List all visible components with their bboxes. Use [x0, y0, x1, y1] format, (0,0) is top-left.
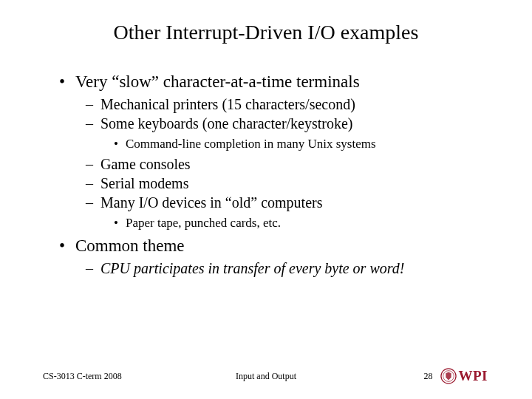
bullet-l2: Mechanical printers (15 characters/secon… — [59, 96, 488, 113]
footer-center: Input and Output — [236, 371, 296, 382]
footer-left: CS-3013 C-term 2008 — [43, 371, 122, 382]
bullet-l2: Game consoles — [59, 156, 488, 173]
wpi-seal-icon — [440, 368, 457, 384]
bullet-l2: CPU participates in transfer of every by… — [59, 260, 488, 277]
bullet-l2: Many I/O devices in “old” computers — [59, 194, 488, 211]
bullet-l1: Very “slow” character-at-a-time terminal… — [59, 72, 488, 92]
bullet-l3: Command-line completion in many Unix sys… — [59, 137, 488, 151]
slide-content: Very “slow” character-at-a-time terminal… — [44, 72, 488, 277]
bullet-l2: Some keyboards (one character/keystroke) — [59, 115, 488, 132]
slide-title: Other Interrupt-Driven I/O examples — [44, 21, 488, 44]
wpi-logo: WPI — [440, 368, 488, 384]
bullet-l3: Paper tape, punched cards, etc. — [59, 216, 488, 231]
bullet-l1: Common theme — [59, 236, 488, 256]
slide: Other Interrupt-Driven I/O examples Very… — [0, 0, 532, 399]
wpi-logo-text: WPI — [459, 368, 488, 384]
bullet-l2: Serial modems — [59, 175, 488, 192]
footer-right: 28 WPI — [424, 368, 488, 384]
page-number: 28 — [424, 371, 433, 382]
slide-footer: CS-3013 C-term 2008 Input and Output 28 … — [0, 368, 532, 384]
